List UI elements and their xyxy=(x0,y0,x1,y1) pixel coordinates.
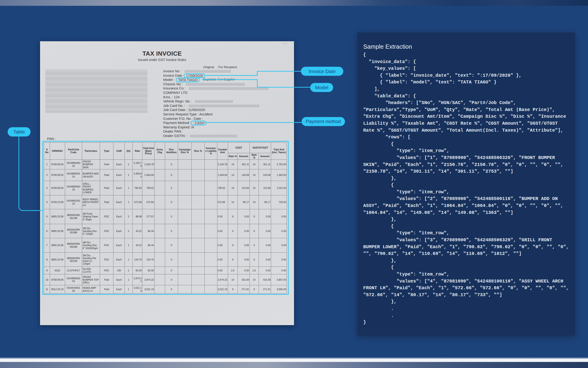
table-cell: 1 xyxy=(124,169,132,181)
table-cell: 0.00 xyxy=(217,224,228,238)
table-cell: 2 xyxy=(44,169,50,181)
table-cell xyxy=(192,209,204,224)
invoice-field-label: Chassis No : xyxy=(163,82,184,86)
table-cell xyxy=(154,169,165,181)
table-cell xyxy=(205,267,217,274)
table-cell: 8708.99.00 xyxy=(50,169,65,181)
table-cell: 5424544001 39 xyxy=(65,285,82,294)
column-header: Insurance Liability % xyxy=(205,143,217,160)
table-cell: 9 xyxy=(250,224,259,238)
column-header: Particulars xyxy=(82,143,100,160)
table-cell: 0.00 xyxy=(238,224,250,238)
table-cell: 572.66 xyxy=(142,195,154,209)
table-cell xyxy=(205,195,217,209)
table-cell: 1,363.00 xyxy=(271,169,287,181)
table-cell: 6805.20.90 xyxy=(50,209,65,224)
table-cell: FRONT BUMPER TOP GRILL xyxy=(82,274,100,285)
column-header: Type xyxy=(100,143,113,160)
table-cell: 110.69 xyxy=(259,181,271,195)
table-cell: HEADLAMP ASSY,LH xyxy=(82,285,100,294)
invoice-field: Insurance Co : xyxy=(163,86,269,91)
table-cell: 5424885001 16 xyxy=(65,169,82,181)
column-header: Campaign Disc % xyxy=(178,143,192,160)
table-cell: 14 xyxy=(228,181,237,195)
table-cell: 8855WORK 0031M xyxy=(65,253,82,267)
table-cell: CLOTHFILT xyxy=(65,267,82,274)
table-cell: 0.00 xyxy=(259,238,271,253)
table-cell: 0.00 xyxy=(238,267,250,274)
table-cell: 14 xyxy=(250,181,259,195)
column-subheader: Rate % xyxy=(250,153,259,160)
redacted-address-block xyxy=(45,69,148,113)
table-cell: 110.69 xyxy=(238,181,250,195)
table-row: 28708.99.005424885001 16BUMPER ADD ON AS… xyxy=(44,169,287,181)
table-row: 108708.99.005424885063 03FRONT BUMPER TO… xyxy=(44,274,287,285)
table-cell: 5 xyxy=(44,209,50,224)
table-cell: BUMPER ADD ON ASSY xyxy=(82,169,100,181)
invoice-field-label: Invoice No : xyxy=(163,69,182,73)
table-cell: Paid xyxy=(100,181,113,195)
table-cell: 3M Dry Sanding File sheet (L) 120grit xyxy=(82,253,100,267)
invoice-field-label: Warranty Expired :N xyxy=(163,125,194,129)
table-cell: 88.98 xyxy=(132,209,142,224)
payment-method-connector-line xyxy=(205,122,302,123)
table-cell xyxy=(192,253,204,267)
table-header-row: S NoHSN/SACPart#/Job CodeParticularsType… xyxy=(44,143,287,153)
table-cell xyxy=(205,160,217,169)
column-header: Taxable Amt xyxy=(217,143,228,160)
table-cell xyxy=(192,285,204,294)
table-cell: Each xyxy=(114,238,124,253)
column-header: Qty xyxy=(124,143,132,160)
table-cell: 2.5 xyxy=(250,267,259,274)
table-cell: 2.5 xyxy=(228,267,237,274)
table-cell: 1,064.84 xyxy=(132,169,142,181)
table-cell: 9 xyxy=(228,253,237,267)
table-cell: 6805.20.90 xyxy=(50,238,65,253)
table-row: 66805.20.908855WORK 0018M3M Dry Sanding … xyxy=(44,224,287,238)
table-cell: Paid xyxy=(100,169,113,181)
table-cell: 5424885063 29 xyxy=(65,181,82,195)
table-cell xyxy=(192,267,204,274)
invoice-field: Customer P.O. No - Date : xyxy=(163,117,269,121)
table-cell: 0 xyxy=(165,169,178,181)
redaction-bar xyxy=(184,70,231,73)
table-cell: Each xyxy=(114,160,124,169)
table-cell: 14 xyxy=(228,274,237,285)
table-cell: 0 xyxy=(165,195,178,209)
table-cell: 3 xyxy=(44,181,50,195)
table-cell: 8 xyxy=(44,253,50,267)
table-cell: 2 xyxy=(124,224,132,238)
table-cell xyxy=(178,224,192,238)
table-cell xyxy=(192,224,204,238)
table-cell: 7 xyxy=(44,238,50,253)
column-header: Disc % xyxy=(192,143,204,160)
invoice-field-label: Invoice Date xyxy=(163,74,183,77)
table-cell xyxy=(154,209,165,224)
table-cell: 8855WORK 0013M xyxy=(65,209,82,224)
table-cell: 11 xyxy=(44,285,50,294)
table-cell: 3,021.19 xyxy=(217,285,228,294)
callout-invoice-date: Invoice Date xyxy=(301,67,343,76)
table-cell xyxy=(154,253,165,267)
table-cell: 80.17 xyxy=(259,195,271,209)
table-cell: 9 xyxy=(250,285,259,294)
invoice-field: Warranty Expired :N xyxy=(163,125,269,129)
panel-title: Sample Extraction xyxy=(363,43,412,50)
table-cell: 134.75 xyxy=(142,253,154,267)
table-cell: 6310 xyxy=(50,267,65,274)
table-cell: 0 xyxy=(165,224,178,238)
table-cell: 3M Paint Striping Paper 6" 80grit xyxy=(82,209,100,224)
table-row: 76805.20.908855WORK 0023M3M Dry Sanding … xyxy=(44,238,287,253)
table-cell: Each xyxy=(114,274,124,285)
table-cell xyxy=(154,160,165,169)
table-cell: FOC xyxy=(100,209,113,224)
table-cell: 8708.99.00 xyxy=(50,181,65,195)
table-cell: 8708.10.90 xyxy=(50,195,65,209)
table-cell: 0.00 xyxy=(238,238,250,253)
table-cell: 2 xyxy=(124,238,132,253)
table-cell: FOC xyxy=(100,253,113,267)
table-cell: 0 xyxy=(165,267,178,274)
table-row: 96310CLOTHFILTFILTER CLOTHFOCCM160.0060.… xyxy=(44,267,287,274)
table-cell: 0 xyxy=(165,238,178,253)
table-cell: 2,753.00 xyxy=(271,160,287,169)
